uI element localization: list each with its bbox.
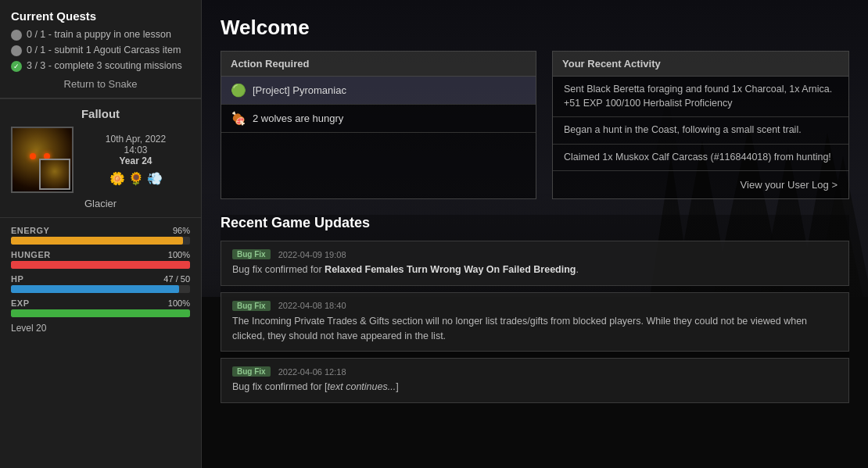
wolf-name: Glacier [84, 198, 117, 209]
stat-energy-label: ENERGY [11, 226, 49, 235]
stat-hunger-header: HUNGER 100% [11, 250, 190, 259]
update-card-1: Bug Fix 2022-04-09 19:08 Bug fix confirm… [221, 241, 849, 286]
stat-exp-bar-fill [11, 309, 190, 317]
update-meta-2: Bug Fix 2022-04-08 18:40 [232, 301, 838, 311]
badge-sun-icon: 🌼 [109, 171, 125, 186]
action-label-hungry: 2 wolves are hungry [253, 113, 343, 124]
stat-exp-header: EXP 100% [11, 298, 190, 308]
update-text-1: Bug fix confirmed for Relaxed Females Tu… [232, 263, 838, 277]
action-icon-pyromaniac: 🟢 [231, 83, 246, 98]
updates-section: Recent Game Updates Bug Fix 2022-04-09 1… [221, 215, 849, 403]
stat-exp-label: EXP [11, 298, 30, 308]
quests-section: Current Quests 0 / 1 - train a puppy in … [0, 0, 201, 98]
stat-hp-bar-bg [11, 285, 190, 293]
update-text-3: Bug fix confirmed for [text continues...… [232, 380, 838, 395]
stat-hunger-value: 100% [168, 250, 190, 259]
update-tag-2: Bug Fix [232, 301, 271, 311]
main-inner: Welcome Action Required 🟢 [Project] Pyro… [202, 0, 868, 425]
activity-panel: Your Recent Activity Sent Black Beretta … [552, 51, 849, 199]
stat-hp-header: HP 47 / 50 [11, 274, 190, 284]
action-icon-hungry: 🍖 [231, 111, 246, 126]
update-date-2: 2022-04-08 18:40 [278, 301, 346, 310]
wolf-small-avatar-image [41, 160, 69, 188]
stat-hp-bar-fill [11, 285, 179, 293]
badge-wind-icon: 💨 [147, 171, 163, 186]
stat-hp: HP 47 / 50 [11, 274, 190, 293]
action-item-pyromaniac[interactable]: 🟢 [Project] Pyromaniac [221, 77, 536, 105]
update-meta-3: Bug Fix 2022-04-06 12:18 [232, 366, 838, 377]
update-text-3-em: text continues... [328, 381, 396, 392]
update-card-3: Bug Fix 2022-04-06 12:18 Bug fix confirm… [221, 358, 849, 403]
stat-hunger: HUNGER 100% [11, 250, 190, 269]
wolf-avatar[interactable] [11, 127, 74, 193]
welcome-title: Welcome [221, 16, 849, 40]
level-text: Level 20 [11, 323, 190, 334]
activity-entry-1: Sent Black Beretta foraging and found 1x… [553, 77, 848, 117]
quests-title: Current Quests [11, 9, 190, 23]
quest-item-3: ✓ 3 / 3 - complete 3 scouting missions [11, 60, 190, 72]
update-date-3: 2022-04-06 12:18 [278, 367, 346, 377]
quest-text-2: 0 / 1 - submit 1 Agouti Carcass item [27, 45, 181, 55]
update-meta-1: Bug Fix 2022-04-09 19:08 [232, 249, 838, 259]
updates-title: Recent Game Updates [221, 215, 849, 231]
wolf-small-avatar[interactable] [39, 159, 70, 190]
stat-energy-header: ENERGY 96% [11, 226, 190, 235]
wolf-section-title: Fallout [81, 107, 120, 120]
quest-item-2: 0 / 1 - submit 1 Agouti Carcass item [11, 45, 190, 56]
activity-entry-3: Claimed 1x Muskox Calf Carcass (#1168440… [553, 145, 848, 172]
wolf-date: 10th Apr, 2022 [81, 134, 190, 145]
quest-icon-gray-2 [11, 45, 22, 56]
stat-hunger-label: HUNGER [11, 250, 51, 259]
stat-energy: ENERGY 96% [11, 226, 190, 245]
main-content: Welcome Action Required 🟢 [Project] Pyro… [202, 0, 868, 468]
wolf-year: Year 24 [81, 155, 190, 166]
stat-exp-value: 100% [168, 298, 190, 308]
stat-energy-bar-fill [11, 237, 183, 245]
wolf-details: 10th Apr, 2022 14:03 Year 24 🌼 🌻 💨 [81, 134, 190, 186]
badge-flower-icon: 🌻 [128, 171, 144, 186]
quest-text-1: 0 / 1 - train a puppy in one lesson [27, 29, 171, 40]
stat-hunger-bar-fill [11, 261, 190, 269]
wolf-time: 14:03 [81, 145, 190, 155]
stat-hp-label: HP [11, 274, 23, 284]
update-text-2: The Incoming Private Trades & Gifts sect… [232, 314, 838, 344]
stat-hunger-bar-bg [11, 261, 190, 269]
action-item-hungry[interactable]: 🍖 2 wolves are hungry [221, 105, 536, 133]
action-label-pyromaniac: [Project] Pyromaniac [253, 84, 346, 96]
quest-icon-green-3: ✓ [11, 61, 22, 72]
wolf-badges: 🌼 🌻 💨 [81, 171, 190, 186]
update-date-1: 2022-04-09 19:08 [278, 250, 346, 259]
sidebar: Current Quests 0 / 1 - train a puppy in … [0, 0, 202, 468]
update-card-2: Bug Fix 2022-04-08 18:40 The Incoming Pr… [221, 292, 849, 352]
action-panel: Action Required 🟢 [Project] Pyromaniac 🍖… [221, 51, 536, 199]
wolf-eye-left [30, 153, 36, 159]
update-text-1-strong: Relaxed Females Turn Wrong Way On Failed… [325, 264, 576, 275]
stat-energy-value: 96% [173, 226, 190, 235]
wolf-section: Fallout 10th Apr, 2022 14:03 Year 24 🌼 🌻 [0, 99, 201, 218]
update-tag-1: Bug Fix [232, 249, 271, 259]
stats-section: ENERGY 96% HUNGER 100% HP 47 / 50 [0, 218, 201, 468]
activity-panel-header: Your Recent Activity [553, 52, 848, 77]
quest-icon-gray-1 [11, 30, 22, 41]
wolf-info: 10th Apr, 2022 14:03 Year 24 🌼 🌻 💨 [11, 127, 190, 193]
two-column-layout: Action Required 🟢 [Project] Pyromaniac 🍖… [221, 51, 849, 199]
quest-text-3: 3 / 3 - complete 3 scouting missions [27, 60, 182, 71]
stat-hp-value: 47 / 50 [163, 274, 190, 284]
action-panel-header: Action Required [221, 52, 536, 77]
view-user-log-link[interactable]: View your User Log > [553, 171, 848, 198]
stat-exp: EXP 100% [11, 298, 190, 317]
update-tag-3: Bug Fix [232, 366, 271, 377]
return-to-snake-link[interactable]: Return to Snake [11, 78, 190, 90]
quest-item-1: 0 / 1 - train a puppy in one lesson [11, 29, 190, 41]
stat-exp-bar-bg [11, 309, 190, 317]
stat-energy-bar-bg [11, 237, 190, 245]
activity-entry-2: Began a hunt in the Coast, following a s… [553, 117, 848, 145]
